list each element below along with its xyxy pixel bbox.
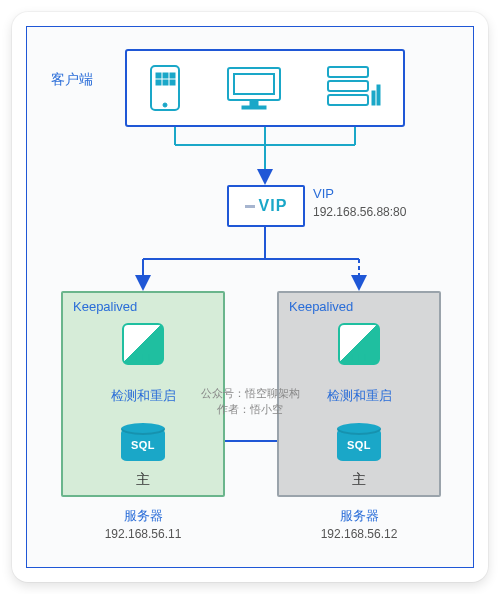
keepalived-label: Keepalived [289,299,353,314]
dash-icon [245,205,255,208]
svg-rect-19 [170,80,175,85]
keepalived-icon [122,323,164,365]
card: 客户端 VIP [12,12,488,582]
svg-rect-16 [170,73,175,78]
keepalived-label: Keepalived [73,299,137,314]
vip-box-text: VIP [259,197,288,215]
vip-address: 192.168.56.88:80 [313,203,406,221]
diagram-frame: 客户端 VIP [26,26,474,568]
svg-rect-24 [328,67,368,77]
vip-info: VIP 192.168.56.88:80 [313,185,406,221]
server-rack-icon [326,65,382,111]
server-right: Keepalived 检测和重启 SQL 主 [277,291,441,497]
svg-rect-23 [242,106,266,109]
server-right-footer: 服务器 192.168.56.12 [277,507,441,543]
client-label: 客户端 [51,71,93,89]
credit-line-1: 公众号：悟空聊架构 [201,385,300,401]
svg-point-13 [163,103,167,107]
svg-rect-14 [156,73,161,78]
credit-line-2: 作者：悟小空 [201,401,300,417]
svg-rect-21 [234,74,274,94]
server-name: 服务器 [61,507,225,525]
svg-rect-17 [156,80,161,85]
role-label: 主 [136,471,150,489]
vip-box: VIP [227,185,305,227]
mobile-icon [148,63,182,113]
desktop-icon [224,64,284,112]
svg-rect-26 [328,95,368,105]
credit: 公众号：悟空聊架构 作者：悟小空 [201,385,300,417]
svg-rect-25 [328,81,368,91]
keepalived-icon [338,323,380,365]
server-name: 服务器 [277,507,441,525]
server-ip: 192.168.56.12 [277,525,441,543]
check-restart-label: 检测和重启 [327,387,392,405]
check-restart-label: 检测和重启 [111,387,176,405]
sql-text: SQL [337,439,381,451]
sql-icon: SQL [337,423,381,461]
svg-rect-28 [377,85,380,105]
role-label: 主 [352,471,366,489]
svg-rect-20 [228,68,280,100]
sql-icon: SQL [121,423,165,461]
sql-text: SQL [121,439,165,451]
svg-rect-15 [163,73,168,78]
svg-rect-18 [163,80,168,85]
vip-title: VIP [313,185,406,203]
server-left-footer: 服务器 192.168.56.11 [61,507,225,543]
client-devices [125,49,405,127]
server-ip: 192.168.56.11 [61,525,225,543]
svg-rect-22 [250,100,258,106]
svg-rect-27 [372,91,375,105]
